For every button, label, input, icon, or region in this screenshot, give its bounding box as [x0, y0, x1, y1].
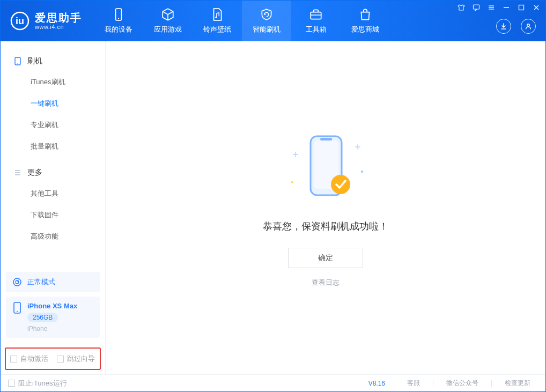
checkbox-block-itunes[interactable]: 阻止iTunes运行	[8, 379, 67, 388]
device-area: 正常模式 iPhone XS Max 256GB iPhone	[1, 272, 105, 345]
sidebar-more-list: 其他工具 下载固件 高级功能	[1, 183, 105, 247]
toolbox-icon	[309, 8, 323, 21]
body: 刷机 iTunes刷机 一键刷机 专业刷机 批量刷机 更多 其他工具 下载固件	[1, 41, 545, 374]
cube-icon	[161, 8, 175, 21]
version-label: V8.16	[368, 380, 388, 387]
checkbox-icon	[10, 356, 17, 363]
sidebar-section-label: 刷机	[27, 56, 42, 66]
bag-icon	[358, 8, 372, 21]
sync-icon	[12, 277, 22, 287]
nav-ringtone-wallpaper[interactable]: 铃声壁纸	[193, 1, 242, 41]
sidebar-item-other-tools[interactable]: 其他工具	[1, 183, 105, 204]
success-illustration	[283, 129, 368, 209]
device-icon	[13, 57, 22, 65]
nav-smart-flash[interactable]: 智能刷机	[242, 1, 291, 41]
svg-text:iu: iu	[16, 16, 24, 26]
header-right-icons	[496, 19, 536, 34]
device-type: iPhone	[27, 325, 77, 332]
nav-label: 我的设备	[105, 25, 132, 34]
sidebar-section-label: 更多	[27, 168, 42, 177]
separator	[491, 380, 492, 387]
feedback-icon[interactable]	[473, 4, 480, 11]
logo-text: 爱思助手 www.i4.cn	[35, 12, 82, 30]
separator	[394, 380, 394, 387]
svg-point-4	[215, 17, 217, 18]
svg-point-23	[17, 311, 18, 312]
phone-icon	[12, 302, 22, 314]
main-content: 恭喜您，保资料刷机成功啦！ 确定 查看日志	[106, 41, 545, 374]
ok-button[interactable]: 确定	[288, 248, 363, 268]
maximize-icon[interactable]	[518, 4, 525, 11]
svg-point-28	[291, 181, 293, 183]
mode-card[interactable]: 正常模式	[6, 272, 100, 292]
nav-label: 爱思商城	[351, 25, 379, 34]
refresh-shield-icon	[260, 8, 274, 21]
nav-label: 铃声壁纸	[203, 25, 231, 34]
svg-rect-12	[519, 5, 524, 10]
shirt-icon[interactable]	[458, 4, 465, 11]
sidebar-scroll: 刷机 iTunes刷机 一键刷机 专业刷机 批量刷机 更多 其他工具 下载固件	[1, 41, 105, 272]
footer: 阻止iTunes运行 V8.16 客服 微信公众号 检查更新	[1, 374, 545, 391]
nav-toolbox[interactable]: 工具箱	[291, 1, 341, 41]
svg-point-33	[331, 175, 350, 194]
top-nav: 我的设备 应用游戏 铃声壁纸 智能刷机 工具箱 爱思商城	[94, 1, 390, 41]
svg-rect-5	[311, 12, 321, 19]
svg-point-17	[17, 63, 18, 64]
view-log-link[interactable]: 查看日志	[312, 278, 340, 287]
sidebar-flash-list: iTunes刷机 一键刷机 专业刷机 批量刷机	[1, 71, 105, 157]
device-name: iPhone XS Max	[27, 302, 77, 310]
checkbox-label: 自动激活	[20, 354, 48, 364]
footer-link-service[interactable]: 客服	[400, 379, 427, 388]
sidebar-section-flash[interactable]: 刷机	[1, 51, 105, 71]
phone-icon	[112, 8, 126, 21]
nav-apps-games[interactable]: 应用游戏	[143, 1, 193, 41]
sidebar-item-batch-flash[interactable]: 批量刷机	[1, 136, 105, 157]
checkbox-skip-guide[interactable]: 跳过向导	[57, 354, 95, 364]
svg-point-29	[361, 171, 363, 173]
app-name-en: www.i4.cn	[35, 24, 82, 30]
mode-label: 正常模式	[27, 277, 55, 287]
sidebar-section-more[interactable]: 更多	[1, 162, 105, 183]
minimize-icon[interactable]	[503, 4, 510, 11]
user-icon[interactable]	[521, 19, 536, 34]
device-card[interactable]: iPhone XS Max 256GB iPhone	[6, 297, 100, 338]
checkbox-label: 跳过向导	[67, 354, 95, 364]
sidebar-item-advanced[interactable]: 高级功能	[1, 226, 105, 247]
svg-point-21	[13, 278, 21, 286]
app-window: iu 爱思助手 www.i4.cn 我的设备 应用游戏 铃声壁纸 智能	[0, 0, 546, 392]
music-file-icon	[210, 8, 224, 21]
logo[interactable]: iu 爱思助手 www.i4.cn	[1, 1, 94, 41]
sidebar-item-oneclick-flash[interactable]: 一键刷机	[1, 93, 105, 114]
close-icon[interactable]	[533, 4, 540, 11]
nav-label: 应用游戏	[154, 25, 182, 34]
success-message: 恭喜您，保资料刷机成功啦！	[263, 220, 388, 233]
phone-check-icon	[283, 129, 368, 209]
app-name-cn: 爱思助手	[35, 12, 82, 24]
list-icon	[13, 168, 22, 177]
checkbox-icon	[8, 380, 15, 387]
checkbox-label: 阻止iTunes运行	[18, 379, 67, 388]
sidebar-item-download-firmware[interactable]: 下载固件	[1, 204, 105, 226]
footer-link-update[interactable]: 检查更新	[497, 379, 538, 388]
highlight-box: 自动激活 跳过向导	[5, 347, 101, 370]
sidebar: 刷机 iTunes刷机 一键刷机 专业刷机 批量刷机 更多 其他工具 下载固件	[1, 41, 106, 374]
nav-label: 智能刷机	[253, 25, 281, 34]
footer-link-wechat[interactable]: 微信公众号	[439, 379, 486, 388]
logo-icon: iu	[10, 11, 29, 31]
svg-point-15	[527, 24, 530, 27]
sidebar-item-pro-flash[interactable]: 专业刷机	[1, 114, 105, 136]
device-storage: 256GB	[27, 313, 58, 322]
nav-shop[interactable]: 爱思商城	[341, 1, 390, 41]
device-detail: iPhone XS Max 256GB iPhone	[27, 302, 77, 332]
header: iu 爱思助手 www.i4.cn 我的设备 应用游戏 铃声壁纸 智能	[1, 1, 545, 41]
svg-rect-32	[320, 138, 332, 140]
checkbox-icon	[57, 356, 64, 363]
window-controls	[458, 4, 540, 11]
svg-point-3	[118, 18, 119, 19]
nav-my-device[interactable]: 我的设备	[94, 1, 143, 41]
download-icon[interactable]	[496, 19, 511, 34]
nav-label: 工具箱	[306, 25, 327, 34]
sidebar-item-itunes-flash[interactable]: iTunes刷机	[1, 71, 105, 93]
checkbox-auto-activate[interactable]: 自动激活	[10, 354, 48, 364]
menu-icon[interactable]	[488, 4, 495, 11]
